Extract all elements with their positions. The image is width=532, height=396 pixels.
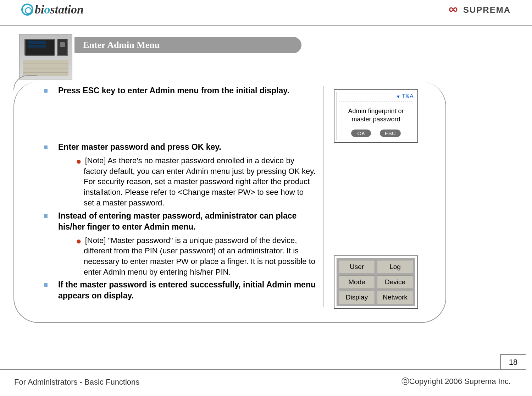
device-screen-login-inner: ▼ T&A Admin fingerprint or master passwo… [337, 92, 415, 140]
menu-display[interactable]: Display [339, 291, 375, 304]
infinity-icon [446, 6, 460, 16]
device-screen-admin-inner: User Log Mode Device Display Network [337, 258, 415, 306]
bullet-2-note: ●[Note] As there's no master password en… [35, 155, 316, 208]
dot-bullet-icon: ● [76, 236, 82, 246]
device-screen-login: ▼ T&A Admin fingerprint or master passwo… [334, 89, 418, 143]
biostation-logo: biostation [21, 3, 84, 16]
login-buttons: OK ESC [337, 130, 415, 137]
bullet-4: If the master password is entered succes… [35, 279, 316, 301]
vertical-divider [323, 86, 324, 307]
login-message: Admin fingerprint or master password [337, 107, 415, 123]
slide-page: biostation SUPREMA Enter Admin Menu Pres… [0, 0, 532, 396]
header-bar: biostation SUPREMA [0, 0, 532, 26]
menu-log[interactable]: Log [377, 260, 413, 273]
bullet-2-text: Enter master password and press OK key. [58, 142, 221, 152]
biostation-swirl-icon [21, 4, 33, 16]
bullet-4-text: If the master password is entered succes… [58, 280, 316, 300]
bullet-1-text: Press ESC key to enter Admin menu from t… [58, 86, 289, 95]
triangle-down-icon: ▼ [396, 94, 401, 99]
footer: 18 For Administrators - Basic Functions … [0, 356, 532, 396]
device-screen-admin-menu: User Log Mode Device Display Network [334, 255, 418, 309]
admin-menu-grid: User Log Mode Device Display Network [338, 259, 414, 305]
bullet-3-text: Instead of entering master password, adm… [58, 211, 297, 231]
ta-label: T&A [402, 93, 414, 100]
square-bullet-icon [44, 145, 48, 149]
footer-right-text: ⓒCopyright 2006 Suprema Inc. [401, 376, 511, 387]
square-bullet-icon [44, 89, 48, 93]
content-body: Press ESC key to enter Admin menu from t… [35, 85, 316, 304]
login-message-line1: Admin fingerprint or [348, 108, 404, 115]
bullet-3-note: ●[Note] "Master password" is a unique pa… [35, 235, 316, 277]
logo-text-post: station [50, 3, 83, 16]
bullet-2-note-text: [Note] As there's no master password enr… [84, 156, 316, 207]
esc-button[interactable]: ESC [380, 130, 401, 137]
thumb-screen-icon [24, 39, 55, 56]
spacer [35, 99, 316, 142]
square-bullet-icon [44, 214, 48, 218]
suprema-logo: SUPREMA [446, 5, 511, 16]
menu-mode[interactable]: Mode [339, 275, 375, 288]
square-bullet-icon [44, 283, 48, 287]
thumb-keypad-icon [23, 60, 68, 76]
slide-title: Enter Admin Menu [74, 37, 301, 53]
bullet-2: Enter master password and press OK key. [35, 142, 316, 153]
footer-rule [0, 369, 526, 370]
screen-separator [339, 101, 413, 102]
bullet-3: Instead of entering master password, adm… [35, 210, 316, 232]
suprema-text: SUPREMA [463, 5, 511, 15]
logo-text-accent: o [44, 3, 50, 16]
ok-button[interactable]: OK [351, 130, 371, 137]
device-thumbnail [19, 34, 72, 79]
bullet-1: Press ESC key to enter Admin menu from t… [35, 85, 316, 96]
footer-left-text: For Administrators - Basic Functions [14, 378, 139, 387]
logo-text-pre: bi [35, 3, 44, 16]
login-message-line2: master password [351, 116, 400, 123]
menu-user[interactable]: User [339, 260, 375, 273]
thumb-sensor-icon [57, 39, 68, 56]
dot-bullet-icon: ● [76, 156, 82, 166]
ta-indicator: ▼ T&A [396, 93, 414, 100]
bullet-3-note-text: [Note] "Master password" is a unique pas… [84, 236, 315, 276]
menu-device[interactable]: Device [377, 275, 413, 288]
menu-network[interactable]: Network [377, 291, 413, 304]
page-number: 18 [500, 354, 526, 370]
